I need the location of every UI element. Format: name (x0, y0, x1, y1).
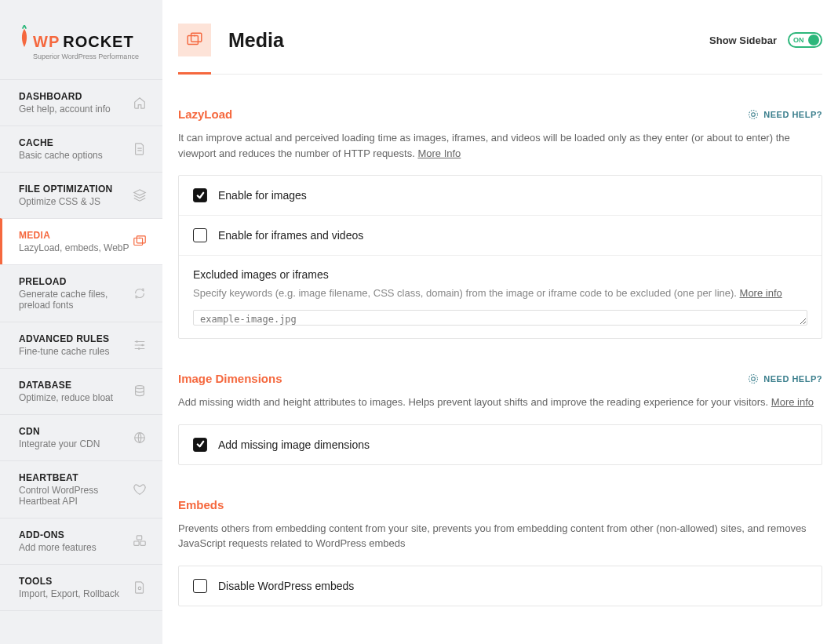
nav-desc: Add more features (19, 542, 97, 553)
lazyload-options: Enable for images Enable for iframes and… (178, 175, 822, 339)
doc-icon (133, 142, 147, 156)
nav-desc: Integrate your CDN (19, 438, 100, 449)
show-sidebar-toggle[interactable]: ON (788, 32, 822, 48)
checkbox-disable-embeds[interactable] (193, 579, 207, 593)
nav-desc: Optimize CSS & JS (19, 196, 113, 207)
tool-icon (133, 580, 147, 595)
label-disable-embeds: Disable WordPress embeds (218, 580, 354, 592)
sidebar-item-media[interactable]: MEDIALazyLoad, embeds, WebP (0, 218, 162, 264)
checkbox-enable-iframes[interactable] (193, 228, 207, 242)
show-sidebar-control: Show Sidebar ON (709, 32, 822, 48)
nav-title: CDN (19, 426, 100, 437)
checkbox-add-dimensions[interactable] (193, 438, 207, 452)
nav-title: ADVANCED RULES (19, 333, 109, 344)
sidebar-item-preload[interactable]: PRELOADGenerate cache files, preload fon… (0, 264, 162, 322)
show-sidebar-label: Show Sidebar (709, 35, 777, 46)
nav-title: PRELOAD (19, 276, 133, 287)
sidebar-item-cache[interactable]: CACHEBasic cache options (0, 126, 162, 172)
excluded-textarea[interactable] (193, 310, 807, 326)
sidebar: WP ROCKET Superior WordPress Performance… (0, 0, 162, 644)
nav-title: FILE OPTIMIZATION (19, 184, 113, 195)
logo-wp: WP (33, 33, 60, 51)
logo-tagline: Superior WordPress Performance (33, 53, 139, 60)
embeds-options: Disable WordPress embeds (178, 566, 822, 606)
need-help-label: NEED HELP? (763, 110, 822, 119)
heart-icon (133, 482, 147, 497)
lazyload-desc: It can improve actual and perceived load… (178, 130, 822, 161)
nav-desc: LazyLoad, embeds, WebP (19, 242, 129, 253)
globe-icon (133, 431, 147, 445)
nav-title: ADD-ONS (19, 529, 97, 540)
label-enable-images: Enable for images (218, 189, 307, 202)
nav-title: DATABASE (19, 380, 113, 391)
lazyload-title: LazyLoad (178, 107, 232, 121)
sidebar-item-dashboard[interactable]: DASHBOARDGet help, account info (0, 79, 162, 126)
section-dimensions: Image Dimensions NEED HELP? Add missing … (178, 372, 822, 465)
need-help-label: NEED HELP? (763, 374, 822, 384)
excluded-title: Excluded images or iframes (193, 268, 807, 281)
nav-desc: Control WordPress Heartbeat API (19, 485, 133, 507)
carrot-icon (19, 25, 30, 47)
sidebar-item-advanced-rules[interactable]: ADVANCED RULESFine-tune cache rules (0, 322, 162, 368)
nav-desc: Fine-tune cache rules (19, 346, 109, 357)
need-help-lazyload[interactable]: NEED HELP? (748, 109, 822, 120)
section-embeds: Embeds Prevents others from embedding co… (178, 498, 822, 606)
sidebar-item-heartbeat[interactable]: HEARTBEATControl WordPress Heartbeat API (0, 460, 162, 518)
sidebar-item-cdn[interactable]: CDNIntegrate your CDN (0, 414, 162, 460)
excluded-desc: Specify keywords (e.g. image filename, C… (193, 287, 807, 299)
database-icon (133, 384, 147, 398)
dimensions-title: Image Dimensions (178, 372, 282, 385)
toggle-on-text: ON (793, 36, 804, 44)
page-header: Media Show Sidebar ON (178, 24, 822, 75)
dimensions-options: Add missing image dimensions (178, 424, 822, 465)
main: Media Show Sidebar ON LazyLoad NEED HELP… (162, 0, 838, 644)
refresh-icon (133, 286, 147, 300)
sidebar-item-file-optimization[interactable]: FILE OPTIMIZATIONOptimize CSS & JS (0, 172, 162, 218)
option-add-dimensions: Add missing image dimensions (179, 425, 822, 464)
nav-title: HEARTBEAT (19, 472, 133, 483)
images-icon (133, 235, 147, 249)
nav-desc: Basic cache options (19, 150, 103, 161)
option-enable-images: Enable for images (179, 176, 822, 215)
media-page-icon (178, 24, 211, 56)
embeds-title: Embeds (178, 498, 224, 511)
option-disable-embeds: Disable WordPress embeds (179, 566, 822, 606)
logo-rocket: ROCKET (63, 33, 133, 51)
label-enable-iframes: Enable for iframes and videos (218, 229, 363, 242)
dimensions-desc: Add missing width and height attributes … (178, 395, 822, 410)
nav-desc: Import, Export, Rollback (19, 588, 119, 599)
layers-icon (133, 188, 147, 202)
need-help-dimensions[interactable]: NEED HELP? (748, 373, 822, 384)
nav-desc: Optimize, reduce bloat (19, 392, 113, 403)
sliders-icon (133, 338, 147, 352)
label-add-dimensions: Add missing image dimensions (218, 438, 370, 451)
sidebar-item-tools[interactable]: TOOLSImport, Export, Rollback (0, 564, 162, 611)
embeds-desc: Prevents others from embedding content f… (178, 521, 822, 551)
sidebar-item-addons[interactable]: ADD-ONSAdd more features (0, 518, 162, 564)
logo: WP ROCKET Superior WordPress Performance (0, 0, 162, 79)
home-icon (133, 96, 147, 110)
page-title: Media (228, 29, 284, 52)
cubes-icon (133, 534, 147, 548)
lazyload-more-link[interactable]: More Info (417, 147, 461, 159)
nav-title: DASHBOARD (19, 91, 111, 102)
sidebar-item-database[interactable]: DATABASEOptimize, reduce bloat (0, 368, 162, 414)
excluded-block: Excluded images or iframes Specify keywo… (179, 255, 822, 338)
checkbox-enable-images[interactable] (193, 188, 207, 202)
dimensions-more-link[interactable]: More info (771, 396, 814, 408)
excluded-more-link[interactable]: More info (740, 287, 782, 299)
nav-title: TOOLS (19, 576, 119, 587)
nav: DASHBOARDGet help, account infoCACHEBasi… (0, 79, 162, 611)
section-lazyload: LazyLoad NEED HELP? It can improve actua… (178, 107, 822, 339)
nav-desc: Get help, account info (19, 104, 111, 115)
nav-title: CACHE (19, 137, 103, 148)
nav-title: MEDIA (19, 230, 129, 241)
option-enable-iframes: Enable for iframes and videos (179, 215, 822, 255)
nav-desc: Generate cache files, preload fonts (19, 289, 133, 311)
